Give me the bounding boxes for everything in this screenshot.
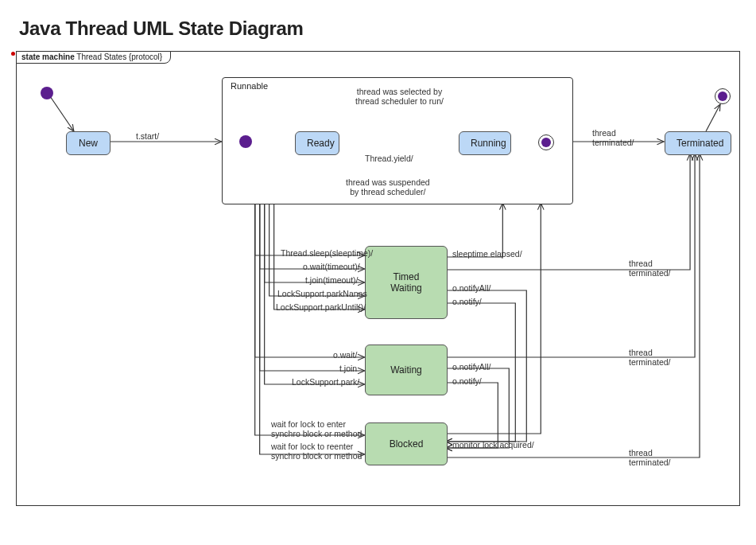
state-timed-waiting: Timed Waiting <box>365 246 448 319</box>
edge-label-scheduler-select: thread was selected by thread scheduler … <box>355 87 444 106</box>
state-new: New <box>66 131 110 155</box>
state-terminated: Terminated <box>665 131 731 155</box>
marker-dot <box>11 52 15 56</box>
state-ready: Ready <box>295 131 339 155</box>
page-title: Java Thread UML State Diagram <box>19 18 740 40</box>
edge-label-start: t.start/ <box>136 131 159 141</box>
edge-label-wait-timeout: o.wait(timeout)/ <box>303 262 360 271</box>
state-timed-waiting-label: Timed Waiting <box>377 271 436 294</box>
edge-label-tw-notifyall: o.notifyAll/ <box>452 283 490 293</box>
state-waiting-label: Waiting <box>390 364 422 376</box>
edge-label-wait: o.wait/ <box>333 350 357 360</box>
frame-name: Thread States {protocol} <box>76 53 162 61</box>
runnable-initial-pseudostate <box>239 135 252 148</box>
edge-label-lock-enter: wait for lock to enter synchro block or … <box>271 419 362 438</box>
state-waiting: Waiting <box>365 345 448 395</box>
frame-header: state machine Thread States {protocol} <box>16 51 171 64</box>
edge-label-b-terminated: thread terminated/ <box>629 448 671 467</box>
state-blocked-label: Blocked <box>390 438 424 450</box>
edge-label-run-terminated: thread terminated/ <box>592 128 634 147</box>
edge-label-join-timeout: t.join(timeout)/ <box>305 275 359 285</box>
edge-label-yield: Thread.yield/ <box>365 154 413 163</box>
state-running: Running <box>459 131 511 155</box>
edge-label-tw-terminated: thread terminated/ <box>629 259 671 278</box>
edge-label-sleep: Thread.sleep(sleeptime)/ <box>281 248 373 258</box>
edge-label-park: LockSupport.park/ <box>292 377 359 387</box>
state-ready-label: Ready <box>307 138 335 149</box>
state-running-label: Running <box>471 138 506 149</box>
final-pseudostate <box>715 88 731 104</box>
edge-label-sleeptime-elapsed: sleeptime elapsed/ <box>452 249 522 259</box>
edge-label-w-notifyall: o.notifyAll/ <box>452 362 490 372</box>
edge-label-monitor-acquired: monitor lock acquired/ <box>452 440 534 450</box>
state-new-label: New <box>79 138 98 149</box>
edge-label-tw-notify: o.notify/ <box>452 297 482 306</box>
svg-line-5 <box>706 104 720 131</box>
runnable-final-pseudostate <box>538 134 554 150</box>
frame-type: state machine <box>21 53 75 61</box>
initial-pseudostate <box>41 87 53 99</box>
svg-line-0 <box>50 96 74 131</box>
edge-label-w-terminated: thread terminated/ <box>629 348 671 367</box>
edge-label-park-until: LockSupport.parkUntil()/ <box>276 302 366 312</box>
runnable-region-label: Runnable <box>231 81 268 91</box>
edge-label-suspended: thread was suspended by thread scheduler… <box>346 177 430 197</box>
state-blocked: Blocked <box>365 422 448 465</box>
state-terminated-label: Terminated <box>677 138 723 149</box>
edge-label-lock-reenter: wait for lock to reenter synchro block o… <box>271 442 362 461</box>
state-machine-frame: state machine Thread States {protocol} <box>16 51 740 506</box>
edge-label-w-notify: o.notify/ <box>452 376 482 386</box>
edge-label-park-nanos: LockSupport.parkNanos <box>277 289 367 298</box>
edge-label-join: t.join <box>339 364 357 373</box>
